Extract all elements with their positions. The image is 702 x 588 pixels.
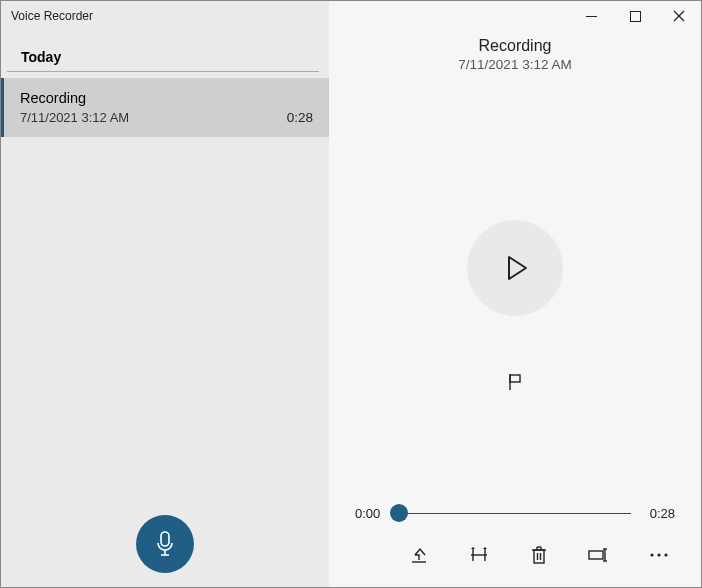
add-marker-button[interactable] (501, 368, 529, 396)
svg-rect-22 (589, 551, 603, 559)
microphone-icon (154, 530, 176, 558)
maximize-icon (630, 11, 641, 22)
maximize-button[interactable] (613, 1, 657, 31)
play-button[interactable] (467, 220, 563, 316)
seek-track-line (399, 513, 631, 514)
svg-point-28 (664, 553, 667, 556)
seek-thumb[interactable] (390, 504, 408, 522)
play-icon (498, 251, 532, 285)
record-button[interactable] (136, 515, 194, 573)
seek-slider[interactable] (399, 503, 631, 523)
share-icon (409, 546, 429, 564)
play-area (329, 72, 701, 503)
bottom-toolbar (329, 541, 701, 587)
recording-item-name: Recording (20, 90, 129, 106)
recording-item-date: 7/11/2021 3:12 AM (20, 110, 129, 125)
flag-icon (505, 372, 525, 392)
svg-marker-14 (483, 547, 487, 549)
sidebar: Voice Recorder Today Recording 7/11/2021… (1, 1, 329, 587)
minimize-button[interactable] (569, 1, 613, 31)
current-time: 0:00 (355, 506, 389, 521)
trim-button[interactable] (465, 541, 493, 569)
rename-icon (588, 547, 610, 563)
close-button[interactable] (657, 1, 701, 31)
svg-rect-4 (630, 11, 640, 21)
seek-row: 0:00 0:28 (329, 503, 701, 541)
detail-date: 7/11/2021 3:12 AM (329, 57, 701, 72)
titlebar (329, 1, 701, 31)
rename-button[interactable] (585, 541, 613, 569)
trash-icon (530, 545, 548, 565)
delete-button[interactable] (525, 541, 553, 569)
svg-rect-15 (534, 550, 544, 563)
more-icon (649, 552, 669, 558)
detail-name: Recording (329, 37, 701, 55)
app-title: Voice Recorder (1, 1, 329, 29)
sidebar-section-today: Today (7, 29, 319, 72)
svg-rect-0 (161, 532, 169, 546)
svg-point-27 (657, 553, 660, 556)
recording-list-item[interactable]: Recording 7/11/2021 3:12 AM 0:28 (1, 78, 329, 137)
svg-rect-9 (510, 375, 520, 382)
svg-point-26 (650, 553, 653, 556)
share-button[interactable] (405, 541, 433, 569)
detail-panel: Recording 7/11/2021 3:12 AM (329, 1, 701, 587)
svg-marker-7 (509, 257, 526, 279)
total-time: 0:28 (641, 506, 675, 521)
trim-icon (469, 546, 489, 564)
more-button[interactable] (645, 541, 673, 569)
minimize-icon (586, 11, 597, 22)
recording-item-duration: 0:28 (287, 110, 313, 125)
app-window: Voice Recorder Today Recording 7/11/2021… (0, 0, 702, 588)
close-icon (673, 10, 685, 22)
svg-marker-13 (471, 547, 475, 549)
recording-item-main: Recording 7/11/2021 3:12 AM (20, 90, 129, 125)
detail-header: Recording 7/11/2021 3:12 AM (329, 37, 701, 72)
